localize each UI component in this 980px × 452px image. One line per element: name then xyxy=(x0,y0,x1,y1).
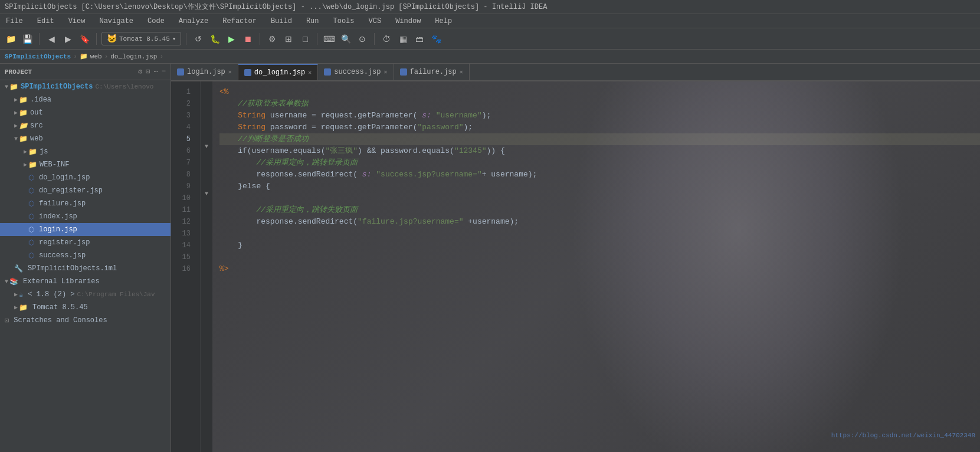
code-8-str: "success.jsp?username=" xyxy=(376,169,481,181)
menu-navigate[interactable]: Navigate xyxy=(96,16,137,27)
menu-window[interactable]: Window xyxy=(392,16,424,27)
tree-item-tomcat[interactable]: ▶ 📁 Tomcat 8.5.45 xyxy=(0,301,171,314)
line-num-15: 15 xyxy=(171,251,195,263)
run-config-selector[interactable]: 🐱 Tomcat 8.5.45 ▾ xyxy=(101,32,181,45)
toolbar-run-btn[interactable]: ▶ xyxy=(224,32,238,46)
sidebar-actions: ⚙ ⊡ ⋯ − xyxy=(138,67,166,76)
menu-tools[interactable]: Tools xyxy=(330,16,358,27)
tree-item-failure[interactable]: ⬡ failure.jsp xyxy=(0,197,171,210)
breadcrumb-web[interactable]: web xyxy=(90,53,102,60)
toolbar-terminal-btn[interactable]: ⌨ xyxy=(322,32,336,46)
toolbar-client-btn[interactable]: 🐾 xyxy=(429,32,443,46)
toolbar-gradle-btn[interactable]: ⊞ xyxy=(281,32,296,46)
tab-failure-icon xyxy=(400,68,407,76)
tab-do-login-label: do_login.jsp xyxy=(254,68,305,77)
tree-item-login[interactable]: ⬡ login.jsp xyxy=(0,223,171,236)
code-6-indent xyxy=(219,145,238,157)
sidebar-title: Project xyxy=(5,68,32,76)
tree-item-jdk[interactable]: ▶ ☕ < 1.8 (2) > C:\Program Files\Jav xyxy=(0,288,171,301)
toolbar-refresh-btn[interactable]: ↺ xyxy=(191,32,205,46)
toolbar-open-btn[interactable]: 📁 xyxy=(4,32,18,46)
code-2-comment: //获取登录表单数据 xyxy=(238,98,309,110)
tree-label-webinf: WEB-INF xyxy=(40,161,69,169)
code-line-12: response.sendRedirect("failure.jsp?usern… xyxy=(219,216,980,228)
tree-item-scratches[interactable]: ⊡ Scratches and Consoles xyxy=(0,314,171,327)
code-4-indent xyxy=(219,122,238,133)
breadcrumb-file[interactable]: do_login.jsp xyxy=(110,53,157,60)
tab-bar: login.jsp ✕ do_login.jsp ✕ success.jsp ✕… xyxy=(171,64,980,81)
tree-item-src[interactable]: ▶ 📁 src xyxy=(0,119,171,132)
toolbar-vcs-btn[interactable]: ⊙ xyxy=(355,32,369,46)
toolbar-stop-btn[interactable]: ⏹ xyxy=(241,32,255,46)
tree-item-index[interactable]: ⬡ index.jsp xyxy=(0,210,171,223)
sidebar-more-icon[interactable]: ⋯ xyxy=(154,67,158,76)
tree-label-scratches: Scratches and Consoles xyxy=(14,316,107,325)
toolbar-debug-btn[interactable]: 🐛 xyxy=(208,32,222,46)
code-line-3: String username = request.getParameter( … xyxy=(219,110,980,122)
tree-item-webinf[interactable]: ▶ 📁 WEB-INF xyxy=(0,158,171,171)
toolbar-coverage-btn[interactable]: ▦ xyxy=(396,32,410,46)
tab-failure[interactable]: failure.jsp ✕ xyxy=(394,64,470,80)
line-num-1: 1 xyxy=(171,86,195,98)
toolbar-build-btn[interactable]: ⚙ xyxy=(265,32,279,46)
code-editor[interactable]: 1 2 3 4 5 6 7 8 9 10 11 12 13 14 15 16 xyxy=(171,81,980,452)
toolbar-save-btn[interactable]: 💾 xyxy=(20,32,34,46)
menu-run[interactable]: Run xyxy=(303,16,323,27)
menu-code[interactable]: Code xyxy=(144,16,168,27)
line-num-4: 4 xyxy=(171,122,195,133)
menu-refactor[interactable]: Refactor xyxy=(219,16,260,27)
tree-item-ext-libs[interactable]: ▼ 📚 External Libraries xyxy=(0,275,171,288)
toolbar-search-btn[interactable]: 🔍 xyxy=(339,32,353,46)
tab-login-close[interactable]: ✕ xyxy=(228,68,232,76)
arrow-jdk: ▶ xyxy=(14,291,18,298)
menu-edit[interactable]: Edit xyxy=(34,16,58,27)
tree-item-js[interactable]: ▶ 📁 js xyxy=(0,145,171,158)
menu-analyze[interactable]: Analyze xyxy=(175,16,212,27)
tree-item-idea[interactable]: ▶ 📁 .idea xyxy=(0,93,171,106)
toolbar: 📁 💾 ◀ ▶ 🔖 🐱 Tomcat 8.5.45 ▾ ↺ 🐛 ▶ ⏹ ⚙ ⊞ … xyxy=(0,28,980,50)
toolbar-back-btn[interactable]: ◀ xyxy=(44,32,58,46)
breadcrumb-sep-1: › xyxy=(73,53,77,60)
tab-login[interactable]: login.jsp ✕ xyxy=(171,64,238,80)
menu-view[interactable]: View xyxy=(65,16,89,27)
toolbar-maven-btn[interactable]: □ xyxy=(298,32,312,46)
menu-help[interactable]: Help xyxy=(431,16,455,27)
folder-out-icon: 📁 xyxy=(19,109,28,117)
arrow-webinf: ▶ xyxy=(24,161,27,168)
menu-vcs[interactable]: VCS xyxy=(365,16,385,27)
tab-success[interactable]: success.jsp ✕ xyxy=(318,64,394,80)
tree-item-success[interactable]: ⬡ success.jsp xyxy=(0,249,171,262)
main-area: Project ⚙ ⊡ ⋯ − ▼ 📁 SPImplicitObjects C:… xyxy=(0,64,980,452)
code-3-str: "username" xyxy=(436,110,482,122)
tree-item-register[interactable]: ⬡ register.jsp xyxy=(0,236,171,249)
code-lines[interactable]: <% //获取登录表单数据 String username = request.… xyxy=(212,81,980,452)
tree-item-do-login[interactable]: ⬡ do_login.jsp xyxy=(0,171,171,184)
tree-item-do-register[interactable]: ⬡ do_register.jsp xyxy=(0,184,171,197)
sidebar-collapse-icon[interactable]: − xyxy=(162,67,166,76)
tree-label-do-register: do_register.jsp xyxy=(39,186,103,195)
tree-label-idea: .idea xyxy=(30,96,51,104)
sidebar-gear-icon[interactable]: ⚙ xyxy=(138,67,142,76)
tab-do-login-close[interactable]: ✕ xyxy=(308,69,312,76)
arrow-src: ▶ xyxy=(14,122,18,129)
code-3-param: s: xyxy=(422,110,431,122)
toolbar-profiler-btn[interactable]: ⏱ xyxy=(379,32,394,46)
tab-failure-close[interactable]: ✕ xyxy=(460,68,463,76)
menu-file[interactable]: File xyxy=(2,16,27,27)
line-num-5: 5 xyxy=(171,133,195,145)
tree-item-root[interactable]: ▼ 📁 SPImplicitObjects C:\Users\lenovo xyxy=(0,80,171,93)
tab-do-login[interactable]: do_login.jsp ✕ xyxy=(238,64,318,80)
tab-success-close[interactable]: ✕ xyxy=(384,68,388,76)
sidebar: Project ⚙ ⊡ ⋯ − ▼ 📁 SPImplicitObjects C:… xyxy=(0,64,171,452)
breadcrumb-root[interactable]: SPImplicitObjects xyxy=(5,53,71,60)
tree-item-out[interactable]: ▶ 📁 out xyxy=(0,106,171,119)
toolbar-bookmark-btn[interactable]: 🔖 xyxy=(77,32,91,46)
tree-item-iml[interactable]: 🔧 SPImplicitObjects.iml xyxy=(0,262,171,275)
line-num-9: 9 xyxy=(171,181,195,192)
toolbar-db-btn[interactable]: 🗃 xyxy=(412,32,427,46)
toolbar-forward-btn[interactable]: ▶ xyxy=(61,32,75,46)
sidebar-layout-icon[interactable]: ⊡ xyxy=(146,67,150,76)
line-num-6: 6 xyxy=(171,145,195,157)
menu-build[interactable]: Build xyxy=(267,16,296,27)
tree-item-web[interactable]: ▼ 📁 web xyxy=(0,132,171,145)
